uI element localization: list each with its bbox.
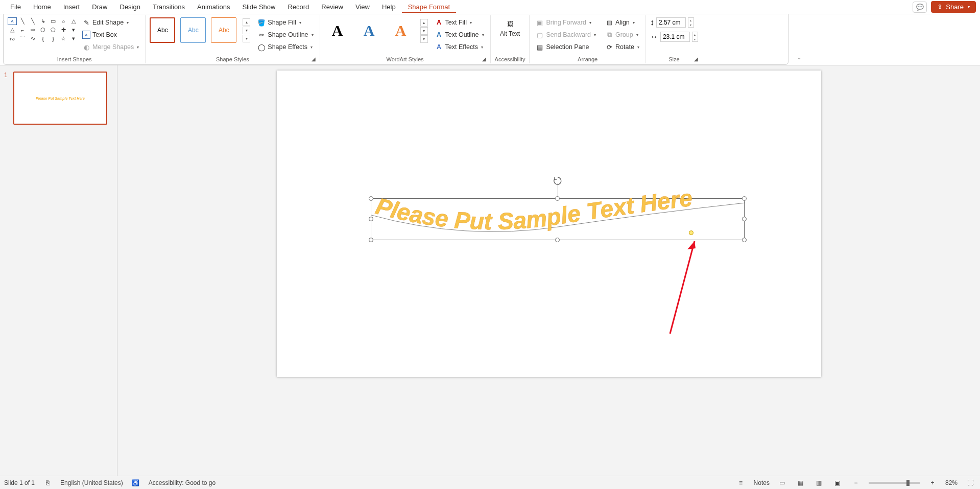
menu-help[interactable]: Help: [376, 1, 402, 13]
shape-curve-icon[interactable]: ⌒: [18, 35, 27, 42]
shape-textbox-icon[interactable]: A: [8, 17, 17, 25]
zoom-knob[interactable]: [906, 480, 910, 486]
shape-connector-icon[interactable]: ↳: [38, 17, 47, 25]
edit-shape-button[interactable]: ✎Edit Shape▾: [80, 17, 141, 28]
menu-view[interactable]: View: [349, 1, 376, 13]
text-effects-button[interactable]: AText Effects▾: [433, 42, 486, 52]
shape-effects-button[interactable]: ◯Shape Effects▾: [255, 42, 315, 52]
view-normal-icon[interactable]: ▭: [777, 478, 788, 487]
status-language[interactable]: English (United States): [60, 479, 123, 486]
shape-hexagon-icon[interactable]: ⬡: [38, 26, 47, 34]
shape-curly-icon[interactable]: ᔓ: [8, 35, 17, 42]
shape-oval-icon[interactable]: ○: [59, 17, 68, 25]
menu-record[interactable]: Record: [281, 1, 315, 13]
width-input[interactable]: [660, 32, 690, 42]
zoom-out-button[interactable]: −: [850, 478, 862, 487]
notes-label[interactable]: Notes: [754, 479, 770, 486]
menu-draw[interactable]: Draw: [86, 1, 113, 13]
selection-frame[interactable]: Please Put Sample Text Here: [371, 198, 745, 240]
menu-animations[interactable]: Animations: [191, 1, 236, 13]
view-reading-icon[interactable]: ▥: [814, 478, 825, 487]
text-outline-button[interactable]: AText Outline▾: [433, 30, 486, 40]
selection-pane-button[interactable]: ▤Selection Pane: [534, 42, 598, 52]
wordart-next-button[interactable]: ▾: [420, 27, 428, 35]
wordart-style-2[interactable]: A: [356, 17, 383, 44]
shape-line2-icon[interactable]: ╲: [28, 17, 37, 25]
shape-lbrace-icon[interactable]: {: [38, 35, 47, 42]
wordart-prev-button[interactable]: ▴: [420, 19, 428, 27]
height-input[interactable]: [656, 17, 686, 28]
menu-transitions[interactable]: Transitions: [147, 1, 191, 13]
shape-rect-icon[interactable]: ▭: [49, 17, 58, 25]
zoom-slider[interactable]: [869, 482, 920, 484]
text-box-button[interactable]: AText Box: [80, 30, 141, 40]
edit-shape-icon: ✎: [82, 18, 90, 27]
menu-file[interactable]: File: [4, 1, 27, 13]
height-up[interactable]: ▴: [688, 18, 694, 22]
status-accessibility[interactable]: Accessibility: Good to go: [149, 479, 216, 486]
rotation-handle[interactable]: [553, 176, 562, 185]
width-up[interactable]: ▴: [692, 32, 698, 37]
slide[interactable]: Please Put Sample Text Here: [277, 71, 821, 377]
send-backward-button: ▢Send Backward▾: [534, 30, 598, 40]
menu-bar: File Home Insert Draw Design Transitions…: [0, 0, 980, 14]
shape-style-2[interactable]: Abc: [180, 17, 206, 43]
share-button[interactable]: ⇪Share▾: [931, 1, 976, 13]
slide-canvas-area[interactable]: Please Put Sample Text Here: [117, 65, 980, 476]
slide-thumbnail-1[interactable]: Please Put Sample Text Here: [13, 72, 107, 125]
fit-to-window-button[interactable]: ⛶: [965, 478, 976, 487]
shape-outline-button[interactable]: ✏Shape Outline▾: [255, 30, 315, 40]
menu-review[interactable]: Review: [315, 1, 349, 13]
view-sorter-icon[interactable]: ▦: [795, 478, 806, 487]
shape-styles-launcher[interactable]: ◢: [312, 56, 318, 62]
height-down[interactable]: ▾: [688, 22, 694, 27]
menu-home[interactable]: Home: [27, 1, 57, 13]
shape-rbrace-icon[interactable]: }: [49, 35, 58, 42]
ribbon-collapse-button[interactable]: ⌄: [794, 52, 805, 63]
align-button[interactable]: ⊟Align▾: [603, 17, 641, 28]
shape-elbow-icon[interactable]: ⌐: [18, 26, 27, 34]
shape-style-3[interactable]: Abc: [211, 17, 236, 43]
wordart-launcher[interactable]: ◢: [482, 56, 488, 62]
spell-check-icon[interactable]: ⎘: [42, 478, 53, 487]
shape-arrow-icon[interactable]: ⇨: [28, 26, 37, 34]
shape-fill-button[interactable]: 🪣Shape Fill▾: [255, 17, 315, 28]
style-prev-button[interactable]: ▴: [243, 18, 250, 26]
wordart-style-1[interactable]: A: [324, 17, 351, 44]
zoom-value[interactable]: 82%: [945, 479, 958, 486]
gallery-expand-icon[interactable]: ▾: [69, 35, 78, 42]
rotate-button[interactable]: ⟳Rotate▾: [603, 42, 641, 52]
style-more-button[interactable]: ▾: [243, 35, 250, 42]
shape-rtriangle-icon[interactable]: △: [8, 26, 17, 34]
shapes-gallery[interactable]: A ╲ ╲ ↳ ▭ ○ △ △ ⌐ ⇨ ⬡ ⬠ ✚ ▾: [8, 17, 78, 42]
wordart-more-button[interactable]: ▾: [420, 35, 428, 43]
merge-shapes-button: ◐Merge Shapes▾: [80, 42, 141, 52]
menu-shape-format[interactable]: Shape Format: [402, 1, 456, 13]
gallery-more-icon[interactable]: ▾: [69, 26, 78, 34]
shape-wave-icon[interactable]: ∿: [28, 35, 37, 42]
width-down[interactable]: ▾: [692, 37, 698, 41]
shape-style-1[interactable]: Abc: [150, 17, 175, 43]
text-fill-button[interactable]: AText Fill▾: [433, 17, 486, 28]
shape-triangle-icon[interactable]: △: [69, 17, 78, 25]
svg-line-1: [670, 241, 695, 334]
zoom-in-button[interactable]: +: [927, 478, 938, 487]
comments-button[interactable]: 💬: [913, 2, 927, 13]
size-launcher[interactable]: ◢: [694, 56, 700, 62]
width-icon: ↔: [650, 32, 658, 41]
notes-toggle[interactable]: ≡: [735, 478, 747, 487]
wordart-style-3[interactable]: A: [388, 17, 414, 44]
shape-cross-icon[interactable]: ✚: [59, 26, 68, 34]
view-slideshow-icon[interactable]: ▣: [832, 478, 843, 487]
menu-insert[interactable]: Insert: [57, 1, 86, 13]
shape-line-icon[interactable]: ╲: [18, 17, 27, 25]
style-next-button[interactable]: ▾: [243, 27, 250, 34]
menu-slide-show[interactable]: Slide Show: [236, 1, 281, 13]
alt-text-button[interactable]: 🖼Alt Text: [498, 17, 522, 38]
menu-design[interactable]: Design: [114, 1, 147, 13]
slide-thumbnail-panel: 1 Please Put Sample Text Here: [0, 65, 117, 476]
wordart-text[interactable]: Please Put Sample Text Here: [371, 195, 745, 246]
shape-star-icon[interactable]: ☆: [59, 35, 68, 42]
shape-callout-icon[interactable]: ⬠: [49, 26, 58, 34]
accessibility-icon[interactable]: ♿: [130, 478, 141, 487]
